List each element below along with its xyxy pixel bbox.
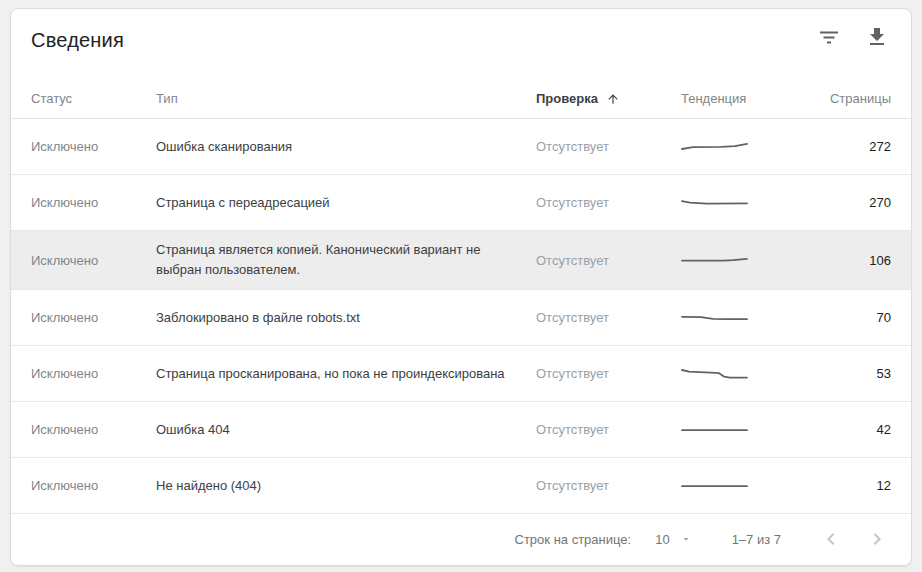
row-pages-count: 42 [801, 422, 891, 437]
row-status: Исключено [31, 310, 156, 325]
trend-sparkline [681, 311, 801, 325]
row-status: Исключено [31, 195, 156, 210]
table-body: Исключено Ошибка сканирования Отсутствуе… [11, 119, 911, 514]
row-type: Ошибка сканирования [156, 137, 536, 157]
rows-per-page-label: Строк на странице: [515, 532, 632, 547]
dropdown-caret-icon [680, 533, 692, 545]
table-row[interactable]: Исключено Ошибка сканирования Отсутствуе… [11, 119, 911, 175]
row-type: Страница является копией. Канонический в… [156, 240, 536, 280]
row-type: Страница с переадресацией [156, 193, 536, 213]
chevron-left-icon [819, 527, 843, 551]
table-row[interactable]: Исключено Страница является копией. Кано… [11, 231, 911, 290]
row-pages-count: 53 [801, 366, 891, 381]
sort-ascending-icon [606, 92, 620, 106]
row-validation: Отсутствует [536, 478, 681, 493]
table-row[interactable]: Исключено Ошибка 404 Отсутствует 42 [11, 402, 911, 458]
column-header-validation[interactable]: Проверка [536, 91, 681, 106]
row-pages-count: 272 [801, 139, 891, 154]
trend-sparkline [681, 423, 801, 437]
previous-page-button[interactable] [819, 527, 843, 551]
row-status: Исключено [31, 366, 156, 381]
row-type: Заблокировано в файле robots.txt [156, 308, 536, 328]
header-actions [817, 25, 889, 49]
download-button[interactable] [865, 25, 889, 49]
table-row[interactable]: Исключено Не найдено (404) Отсутствует 1… [11, 458, 911, 514]
chevron-right-icon [865, 527, 889, 551]
rows-per-page-select[interactable]: 10 [655, 532, 691, 547]
column-header-validation-label: Проверка [536, 91, 598, 106]
row-validation: Отсутствует [536, 253, 681, 268]
trend-sparkline [681, 479, 801, 493]
trend-sparkline [681, 140, 801, 154]
row-pages-count: 270 [801, 195, 891, 210]
table-header-row: Статус Тип Проверка Тенденция Страницы [11, 79, 911, 119]
row-status: Исключено [31, 139, 156, 154]
table-row[interactable]: Исключено Заблокировано в файле robots.t… [11, 290, 911, 346]
card-header: Сведения [11, 9, 911, 79]
next-page-button[interactable] [865, 527, 889, 551]
column-header-status[interactable]: Статус [31, 91, 156, 106]
row-status: Исключено [31, 478, 156, 493]
pagination-bar: Строк на странице: 10 1–7 из 7 [11, 514, 911, 564]
column-header-pages[interactable]: Страницы [801, 91, 891, 106]
details-card: Сведения Статус Тип Проверка [10, 8, 912, 566]
table-row[interactable]: Исключено Страница просканирована, но по… [11, 346, 911, 402]
download-icon [865, 25, 889, 49]
rows-per-page-value: 10 [655, 532, 669, 547]
row-pages-count: 12 [801, 478, 891, 493]
row-status: Исключено [31, 422, 156, 437]
pagination-range: 1–7 из 7 [732, 532, 781, 547]
trend-sparkline [681, 253, 801, 267]
filter-button[interactable] [817, 25, 841, 49]
row-validation: Отсутствует [536, 422, 681, 437]
row-type: Не найдено (404) [156, 476, 536, 496]
table-row[interactable]: Исключено Страница с переадресацией Отсу… [11, 175, 911, 231]
row-status: Исключено [31, 253, 156, 268]
column-header-trend: Тенденция [681, 91, 801, 106]
row-pages-count: 106 [801, 253, 891, 268]
row-validation: Отсутствует [536, 366, 681, 381]
row-pages-count: 70 [801, 310, 891, 325]
page-title: Сведения [31, 29, 891, 52]
row-type: Ошибка 404 [156, 420, 536, 440]
trend-sparkline [681, 196, 801, 210]
row-validation: Отсутствует [536, 310, 681, 325]
trend-sparkline [681, 367, 801, 381]
column-header-type[interactable]: Тип [156, 91, 536, 106]
row-type: Страница просканирована, но пока не прои… [156, 364, 536, 384]
row-validation: Отсутствует [536, 139, 681, 154]
row-validation: Отсутствует [536, 195, 681, 210]
filter-list-icon [817, 25, 841, 49]
